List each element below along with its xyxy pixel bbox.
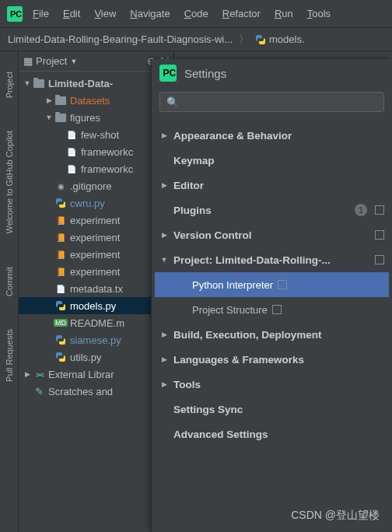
settings-dialog: PC Settings 🔍 ▶Appearance & BehaviorKeym… xyxy=(151,59,392,532)
tree-item-label: metadata.tx xyxy=(70,283,123,295)
settings-row-label: Languages & Frameworks xyxy=(173,354,384,366)
expand-arrow-icon[interactable]: ▶ xyxy=(159,131,169,139)
settings-row-label: Editor xyxy=(173,180,384,191)
count-badge: 1 xyxy=(355,204,367,216)
vtab-project[interactable]: Project xyxy=(3,67,16,103)
project-panel-title[interactable]: ▦ Project ▼ xyxy=(23,55,77,67)
breadcrumb: Limited-Data-Rolling-Bearing-Fault-Diagn… xyxy=(0,28,392,51)
settings-row[interactable]: ▶Editor xyxy=(155,173,389,198)
svg-text:PC: PC xyxy=(10,9,22,19)
tree-item-label: frameworkc xyxy=(81,146,133,158)
search-icon: 🔍 xyxy=(166,96,179,108)
file-type-icon xyxy=(54,351,67,363)
watermark: CSDN @登山望楼 xyxy=(291,509,380,523)
svg-text:PC: PC xyxy=(163,68,176,79)
tree-item-label: Datasets xyxy=(70,95,110,107)
file-type-icon: 📄 xyxy=(65,163,78,175)
scratches-icon: ✎ xyxy=(33,385,45,397)
tree-item-label: few-shot xyxy=(81,129,119,141)
module-marker-icon xyxy=(375,205,384,215)
settings-row-label: Build, Execution, Deployment xyxy=(173,329,384,341)
tree-item-label: models.py xyxy=(70,300,116,312)
tree-item-label: siamese.py xyxy=(70,334,121,346)
tree-item-label: experiment xyxy=(70,232,120,243)
file-type-icon xyxy=(54,111,67,124)
libraries-icon: ⫘ xyxy=(33,368,45,380)
folder-icon xyxy=(33,77,45,89)
menu-edit[interactable]: Edit xyxy=(58,5,85,23)
settings-row[interactable]: ▶Tools xyxy=(155,372,389,397)
tree-item-label: README.m xyxy=(70,317,124,329)
settings-row-label: Plugins xyxy=(173,205,350,216)
file-type-icon xyxy=(54,299,67,312)
vtab-commit[interactable]: Commit xyxy=(3,262,16,301)
settings-row[interactable]: Settings Sync xyxy=(155,397,389,422)
breadcrumb-separator: 〉 xyxy=(239,33,249,47)
menu-run[interactable]: Run xyxy=(270,5,298,23)
expand-arrow-icon[interactable]: ▶ xyxy=(159,181,169,189)
expand-arrow-icon[interactable]: ▶ xyxy=(159,380,169,388)
menu-navigate[interactable]: Navigate xyxy=(125,5,174,23)
settings-row[interactable]: Plugins1 xyxy=(155,198,389,222)
project-icon: ▦ xyxy=(23,55,33,67)
file-type-icon: 📄 xyxy=(65,145,78,158)
module-marker-icon xyxy=(375,230,384,240)
main-menubar: PC File Edit View Navigate Code Refactor… xyxy=(0,0,392,28)
expand-arrow-icon[interactable]: ▼ xyxy=(159,256,169,264)
settings-row[interactable]: Keymap xyxy=(155,148,389,173)
expand-arrow-icon[interactable]: ▶ xyxy=(44,96,54,104)
settings-row[interactable]: ▶Languages & Frameworks xyxy=(155,347,389,372)
menu-file[interactable]: File xyxy=(28,5,54,23)
module-marker-icon xyxy=(278,280,287,289)
tree-item-label: experiment xyxy=(70,249,120,261)
expand-arrow-icon[interactable]: ▼ xyxy=(22,79,33,87)
breadcrumb-file[interactable]: models. xyxy=(255,33,305,45)
settings-row[interactable]: ▶Build, Execution, Deployment xyxy=(155,322,389,347)
tree-item-label: experiment xyxy=(70,215,120,226)
file-type-icon xyxy=(54,334,67,346)
settings-tree: ▶Appearance & BehaviorKeymap▶EditorPlugi… xyxy=(152,123,392,446)
file-type-icon: MD xyxy=(54,317,67,329)
settings-row[interactable]: ▼Project: Limited-Data-Rolling-... xyxy=(155,247,389,272)
settings-title: Settings xyxy=(184,67,226,80)
vtab-pull-requests[interactable]: Pull Requests xyxy=(3,324,16,387)
tree-item-label: .gitignore xyxy=(70,180,111,192)
expand-arrow-icon[interactable]: ▶ xyxy=(22,370,33,378)
settings-row[interactable]: Advanced Settings xyxy=(155,422,389,446)
expand-arrow-icon[interactable]: ▶ xyxy=(159,331,169,338)
settings-row-label: Version Control xyxy=(173,229,370,241)
tree-item-label: experiment xyxy=(70,266,120,278)
expand-arrow-icon[interactable]: ▶ xyxy=(159,231,169,239)
module-marker-icon xyxy=(375,255,384,264)
settings-row-label: Tools xyxy=(173,379,384,390)
settings-row-label: Python Interpreter xyxy=(173,279,273,291)
expand-arrow-icon[interactable]: ▼ xyxy=(44,114,54,121)
menu-tools[interactable]: Tools xyxy=(303,5,335,23)
settings-row-label: Keymap xyxy=(173,155,384,166)
vtab-copilot[interactable]: Welcome to GitHub Copilot xyxy=(3,126,16,238)
menu-refactor[interactable]: Refactor xyxy=(218,5,265,23)
tree-item-label: figures xyxy=(70,112,100,124)
file-type-icon: ◉ xyxy=(54,180,67,192)
pycharm-logo-icon: PC xyxy=(6,5,23,23)
left-tool-tabs: Project Welcome to GitHub Copilot Commit… xyxy=(0,51,19,532)
settings-search[interactable]: 🔍 xyxy=(159,92,384,112)
pycharm-logo-icon: PC xyxy=(159,65,177,82)
file-type-icon: 📄 xyxy=(65,128,78,141)
expand-arrow-icon[interactable]: ▶ xyxy=(159,355,169,363)
menu-code[interactable]: Code xyxy=(180,5,213,23)
settings-search-input[interactable] xyxy=(184,96,377,108)
file-type-icon: 📙 xyxy=(54,231,67,243)
menu-view[interactable]: View xyxy=(89,5,121,23)
settings-row[interactable]: ▶Version Control xyxy=(155,222,389,247)
settings-row[interactable]: Python Interpreter xyxy=(155,272,389,297)
python-file-icon xyxy=(255,34,266,45)
tree-item-label: utils.py xyxy=(70,352,101,363)
settings-row[interactable]: ▶Appearance & Behavior xyxy=(155,123,389,148)
breadcrumb-project[interactable]: Limited-Data-Rolling-Bearing-Fault-Diagn… xyxy=(8,33,233,45)
file-type-icon: 📙 xyxy=(54,248,67,261)
module-marker-icon xyxy=(272,305,282,314)
settings-row[interactable]: Project Structure xyxy=(155,297,389,322)
file-type-icon: 📙 xyxy=(54,265,67,278)
file-type-icon xyxy=(54,94,67,107)
